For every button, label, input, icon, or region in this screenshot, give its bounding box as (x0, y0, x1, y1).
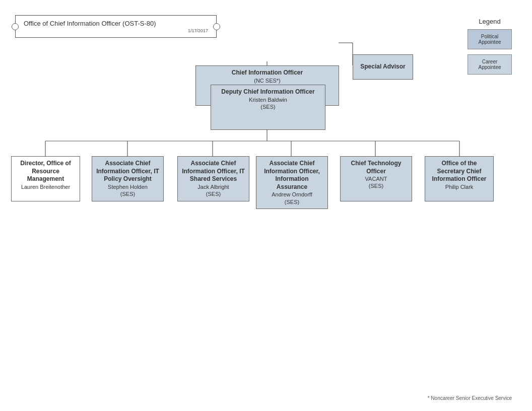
node-6-name: Philip Clark (429, 183, 489, 190)
node-2-title: Associate Chief Information Officer, IT … (96, 160, 159, 183)
node-1-box: Director, Office of Resource Management … (11, 156, 80, 201)
footnote: * Noncareer Senior Executive Service (428, 395, 512, 401)
node-1-title: Director, Office of Resource Management (16, 160, 76, 183)
special-advisor-title: Special Advisor (360, 63, 406, 71)
legend-political: PoliticalAppointee (468, 29, 512, 49)
node-3-box: Associate Chief Information Officer, IT … (177, 156, 249, 201)
node-2-grade: (SES) (96, 190, 159, 197)
node-6-box: Office of the Secretary Chief Informatio… (425, 156, 494, 201)
node-3-title: Associate Chief Information Officer, IT … (182, 160, 245, 183)
header-circle-right (213, 23, 220, 30)
page: Office of Chief Information Officer (OST… (0, 0, 532, 411)
header-box: Office of Chief Information Officer (OST… (15, 15, 217, 38)
deputy-name: Kristen Baldwin (215, 96, 321, 103)
legend-title: Legend (468, 18, 512, 25)
cio-title: Chief Information Officer (200, 69, 335, 77)
node-4-title: Associate Chief Information Officer, Inf… (260, 160, 323, 191)
node-3-grade: (SES) (182, 190, 245, 197)
header-date: 1/17/2017 (24, 28, 208, 33)
node-5-grade: (SES) (345, 182, 408, 189)
node-6-title: Office of the Secretary Chief Informatio… (429, 160, 489, 183)
node-4-name: Andrew Orndorff (260, 191, 323, 198)
header-title: Office of Chief Information Officer (OST… (24, 20, 208, 27)
node-2-box: Associate Chief Information Officer, IT … (92, 156, 164, 201)
header-circle-left (12, 23, 19, 30)
legend-career: CareerAppointee (468, 54, 512, 75)
node-4-box: Associate Chief Information Officer, Inf… (256, 156, 328, 209)
node-5-title: Chief Technology Officer (345, 160, 408, 175)
node-5-vacant: VACANT (345, 175, 408, 182)
special-advisor-box: Special Advisor (353, 54, 413, 80)
node-3-name: Jack Albright (182, 183, 245, 190)
node-2-name: Stephen Holden (96, 183, 159, 190)
node-4-grade: (SES) (260, 198, 323, 206)
deputy-box: Deputy Chief Information Officer Kristen… (211, 85, 325, 130)
cio-subtitle: (NC SES*) (200, 77, 335, 84)
deputy-title: Deputy Chief Information Officer (215, 88, 321, 96)
legend: Legend PoliticalAppointee CareerAppointe… (468, 18, 512, 80)
node-1-name: Lauren Breitenother (16, 183, 76, 190)
deputy-grade: (SES) (215, 103, 321, 110)
node-5-box: Chief Technology Officer VACANT (SES) (340, 156, 412, 201)
